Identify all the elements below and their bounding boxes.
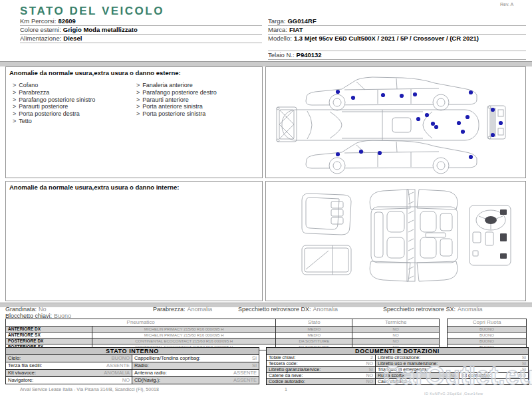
field-value: ANOMALIA <box>104 370 130 376</box>
anomaly-item: >Porta anteriore sinistra <box>136 103 261 110</box>
field-label: Antenna radio: <box>134 370 167 376</box>
summary-value: Anomalia <box>188 306 213 313</box>
dashboard-view <box>469 205 511 265</box>
anomaly-item: >Paraurti posteriore <box>13 103 134 110</box>
bullet: > <box>136 96 140 103</box>
tyre-termiche: NO <box>352 332 439 338</box>
anomaly-item: >Parafango posteriore sinistro <box>13 96 134 104</box>
field-value: ASSENTE <box>233 377 257 384</box>
field-label: Kit vivavoce: <box>8 370 36 376</box>
info-value: Grigio Moda metallizzato <box>63 26 138 33</box>
bullet: > <box>136 103 140 110</box>
exterior-anomalies-list-left: >Cofano >Parabrezza >Parafango posterior… <box>13 82 134 125</box>
vehicle-info-row: Modello:1.3 Mjet 95cv E6D Cult500X / 202… <box>268 35 526 51</box>
top-view <box>282 110 479 140</box>
bullet: > <box>13 118 16 124</box>
tyre-position: POSTERIORE DX <box>6 338 92 344</box>
stato-interno-row: Kit vivavoce:ANOMALIA Antenna radio:ASSE… <box>6 370 259 377</box>
vehicle-info-row: Telaio N.:P940132 <box>268 51 526 60</box>
anomaly-label: Porta anteriore sinistra <box>142 103 203 110</box>
anomaly-item: >Cofano <box>13 82 134 89</box>
field-value: NO <box>122 377 130 384</box>
tyre-termiche: NO <box>352 338 439 344</box>
bullet: > <box>13 82 16 88</box>
bullet: > <box>136 82 140 88</box>
summary-label: Specchietto retrovisore SX: <box>383 306 456 313</box>
anomaly-item: >Fanaleria anteriore <box>136 82 261 89</box>
copri-row: BUONO <box>448 338 526 344</box>
info-value: 1.3 Mjet 95cv E6D Cult500X / 2021 / 5P /… <box>294 35 479 42</box>
field-value: SI <box>252 355 257 362</box>
page-title: STATO DEL VEICOLO <box>20 5 164 18</box>
tyre-name: MICHELIN PRIMACY 215/60 R16 000/095 H <box>92 332 277 338</box>
vehicle-info-row: Marca:FIAT <box>268 26 526 35</box>
vehicle-info-row: Colore esterni:Grigio Moda metallizzato <box>20 26 262 35</box>
summary-specchietto-sx: Specchietto retrovisore SX:Anomalia <box>383 306 483 313</box>
tyre-table-header: Pneumatico Stato Termiche <box>6 319 439 326</box>
bullet: > <box>13 89 16 96</box>
tyre-stato: MEDIO <box>276 332 352 338</box>
rear-view <box>487 106 505 139</box>
info-value: GG014RF <box>287 17 316 25</box>
field-cappelliera: Cappelliera/Tendina copribag:SI <box>132 355 259 362</box>
field-label: Catene da neve: <box>269 373 303 378</box>
field-tessera-code: Tessera code:NO <box>267 361 376 366</box>
bullet: > <box>13 96 16 103</box>
tyre-row: ANTERIORE DX MICHELIN PRIMACY 215/60 R16… <box>6 326 439 332</box>
copri-row: BUONO <box>448 326 526 332</box>
field-value: SI <box>252 362 257 369</box>
stato-interno-row: Navigatore:NO CD(Navig.):ASSENTE <box>6 377 259 384</box>
tyre-termiche: NO <box>352 327 439 332</box>
anomaly-item: >Porta posteriore sinistra <box>136 110 261 118</box>
tyre-row: ANTERIORE SX MICHELIN PRIMACY 215/60 R16… <box>6 332 439 338</box>
summary-label: Grandinata: <box>5 306 37 313</box>
tyre-stato: DA SOSTITUIRE <box>276 338 352 344</box>
field-kit-vivavoce: Kit vivavoce:ANOMALIA <box>6 370 132 376</box>
info-label: Modello: <box>268 35 292 42</box>
anomaly-item: >Parafango posteriore destro <box>136 89 261 96</box>
footer-address: Arval Service Lease Italia - Via Pisana … <box>20 387 159 392</box>
page-number: 1 <box>285 387 287 392</box>
summary-value: Anomalia <box>458 306 483 313</box>
field-label: Navigatore: <box>8 377 33 384</box>
field-label: Terza fila sedili: <box>8 362 42 369</box>
col-stato: Stato <box>276 319 352 326</box>
anomaly-item: >Parabrezza <box>13 89 134 96</box>
field-label: Libretto garanzia/service: <box>269 367 321 372</box>
tyre-stato: MEDIO <box>276 327 352 332</box>
exterior-damage-diagram <box>266 67 525 178</box>
anomaly-item: >Paraurti anteriore <box>136 96 261 104</box>
col-termiche: Termiche <box>352 319 439 326</box>
field-label: Totale chiavi: <box>269 355 295 360</box>
revision-label: Rev. A <box>500 2 513 7</box>
tyre-name: MICHELIN PRIMACY 215/60 R16 000/095 H <box>92 327 277 332</box>
tyre-position: ANTERIORE SX <box>6 332 92 338</box>
tyre-position: ANTERIORE DX <box>6 327 92 332</box>
field-value: ASSENTE <box>233 370 257 376</box>
info-label: Km Percorsi: <box>20 17 56 25</box>
field-value: NO <box>366 379 374 384</box>
info-value: 82609 <box>58 17 75 25</box>
bullet: > <box>13 110 16 117</box>
info-label: Telaio N.: <box>268 51 295 59</box>
col-copri-ruota: Copri Ruota <box>448 319 526 326</box>
stato-interno-table: STATO INTERNO Cielo:BUONO Cappelliera/Te… <box>5 347 259 384</box>
field-label: Tessera code: <box>269 361 298 366</box>
field-label: Cielo: <box>8 355 21 362</box>
stato-interno-row: Cielo:BUONO Cappelliera/Tendina copribag… <box>6 355 259 362</box>
anomaly-label: Paraurti posteriore <box>19 103 68 110</box>
copri-value: BUONO <box>448 327 526 332</box>
summary-specchietto-dx: Specchietto retrovisore DX:Anomalia <box>238 306 338 313</box>
info-value: Diesel <box>63 35 82 42</box>
documenti-title: DOCUMENTI E DOTAZIONI <box>267 348 528 355</box>
copri-ruota-header: Copri Ruota <box>448 319 526 326</box>
copri-ruota-table: Copri Ruota BUONO BUONO BUONO BUONO <box>447 319 527 350</box>
stato-interno-title: STATO INTERNO <box>6 348 259 355</box>
rear-shelf-view <box>302 245 351 275</box>
bullet: > <box>136 110 140 117</box>
field-libretto-circolazione: Libretto circolazione:Si <box>376 355 528 360</box>
tyre-row: POSTERIORE DX CONTINENTAL ECOCONTACT 215… <box>6 338 439 344</box>
vehicle-info-left: Km Percorsi:82609 Colore esterni:Grigio … <box>20 17 262 43</box>
info-label: Colore esterni: <box>20 26 61 33</box>
field-label: CD(Navig.): <box>134 377 160 384</box>
